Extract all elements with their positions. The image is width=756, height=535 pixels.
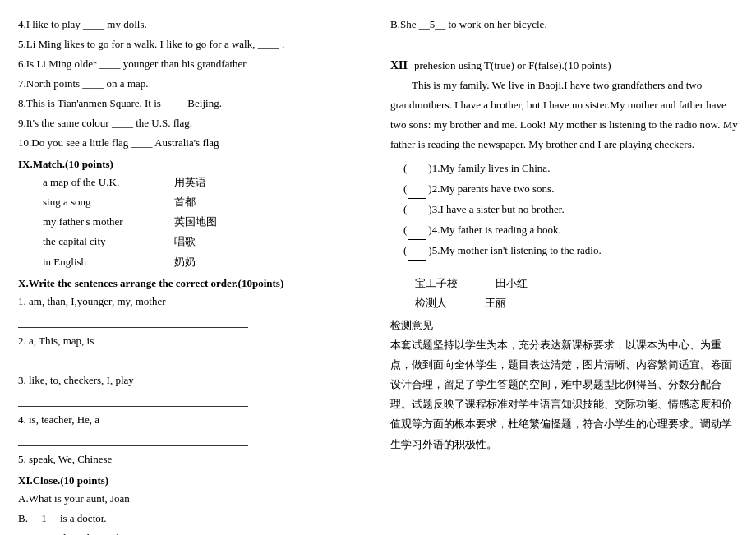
tf-item-1: ( )1.My family lives in China. (403, 158, 738, 178)
tf-item-5: ( )5.My mother isn't listening to the ra… (403, 240, 738, 261)
xi-line-b1: B. __1__ is a doctor. (18, 509, 366, 528)
match-left-3: my father's mother (43, 212, 174, 232)
answer-line-1 (18, 313, 248, 328)
tf-paren-5 (408, 240, 426, 261)
answer-line-2 (18, 353, 248, 367)
answer-line-4 (18, 431, 248, 446)
comment-title: 检测意见 (390, 319, 433, 331)
line-7: 7.North points ____ on a map. (18, 74, 366, 94)
tf-text-1: )1.My family lives in China. (428, 159, 550, 178)
match-right-1: 用英语 (174, 173, 206, 192)
line-9: 9.It's the same colour ____ the U.S. fla… (18, 113, 366, 133)
line-6: 6.Is Li Ming older ____ younger than his… (18, 54, 366, 74)
section-x: X.Write the sentences arrange the correc… (18, 277, 366, 469)
match-row-2: sing a song 首都 (43, 192, 366, 212)
footer-row-2: 检测人 王丽 (390, 293, 738, 312)
main-container: 4.I like to play ____ my dolls. 5.Li Min… (18, 15, 738, 535)
xii-subtitle: prehesion using T(true) or F(false).(10 … (414, 59, 611, 72)
left-column: 4.I like to play ____ my dolls. 5.Li Min… (18, 15, 366, 535)
line-10: 10.Do you see a little flag ____ Austral… (18, 133, 366, 153)
line-4: 4.I like to play ____ my dolls. (18, 15, 366, 35)
footer-row-1: 宝工子校 田小红 (390, 274, 738, 293)
comment-section: 检测意见 本套试题坚持以学生为本，充分表达新课标要求，以课本为中心、为重点，做到… (390, 316, 738, 454)
school-label: 宝工子校 (415, 274, 458, 293)
tf-text-3: )3.I have a sister but no brother. (428, 200, 564, 219)
match-left-4: the capital city (43, 232, 174, 251)
match-row-3: my father's mother 英国地图 (43, 212, 366, 232)
section-x-item-4: 4. is, teacher, He, a (18, 410, 366, 446)
tf-paren-2 (408, 178, 426, 199)
xii-title-row: XII prehesion using T(true) or F(false).… (390, 59, 738, 72)
section-xii: XII prehesion using T(true) or F(false).… (390, 59, 738, 261)
tf-text-4: )4.My father is reading a book. (428, 220, 560, 240)
match-left-2: sing a song (43, 192, 174, 212)
b-line-5: B.She __5__ to work on her bicycle. (390, 15, 738, 35)
section-x-item-5: 5. speak, We, Chinese (18, 450, 366, 469)
match-right-5: 奶奶 (174, 252, 196, 272)
match-left-5: in English (43, 252, 174, 272)
section-ix-title: IX.Match.(10 points) (18, 158, 366, 171)
section-xi: XI.Close.(10 points) A.What is your aunt… (18, 474, 366, 535)
tf-paren-3 (408, 199, 426, 219)
tf-list: ( )1.My family lives in China. ( )2.My p… (403, 158, 738, 261)
section-x-item-1: 1. am, than, I,younger, my, mother (18, 292, 366, 328)
inspector-label: 检测人 (415, 293, 447, 312)
match-row-1: a map of the U.K. 用英语 (43, 173, 366, 192)
section-xi-title: XI.Close.(10 points) (18, 474, 366, 487)
footer-info: 宝工子校 田小红 检测人 王丽 检测意见 本套试题坚持以学生为本，充分表达新课标… (390, 274, 738, 454)
xi-line-a2: A. __2__ does she work (18, 528, 366, 535)
right-column: B.She __5__ to work on her bicycle. XII … (390, 15, 738, 535)
section-ix: IX.Match.(10 points) a map of the U.K. 用… (18, 158, 366, 271)
match-right-3: 英国地图 (174, 212, 217, 232)
inspector-name: 王丽 (485, 293, 506, 312)
lines-top: 4.I like to play ____ my dolls. 5.Li Min… (18, 15, 366, 153)
section-x-title: X.Write the sentences arrange the correc… (18, 277, 366, 290)
comment-text: 本套试题坚持以学生为本，充分表达新课标要求，以课本为中心、为重点，做到面向全体学… (390, 335, 738, 454)
xii-paragraph: This is my family. We live in Baoji.I ha… (390, 76, 738, 155)
match-table: a map of the U.K. 用英语 sing a song 首都 my … (43, 173, 366, 271)
xii-roman: XII (390, 59, 408, 72)
tf-item-2: ( )2.My parents have two sons. (403, 178, 738, 199)
xi-line-a1: A.What is your aunt, Joan (18, 489, 366, 509)
tf-item-4: ( )4.My father is reading a book. (403, 219, 738, 240)
line-5: 5.Li Ming likes to go for a walk. I like… (18, 35, 366, 54)
tf-text-5: )5.My mother isn't listening to the radi… (428, 241, 601, 261)
school-name: 田小红 (496, 274, 528, 293)
match-right-4: 唱歌 (174, 232, 196, 251)
match-row-5: in English 奶奶 (43, 252, 366, 272)
match-row-4: the capital city 唱歌 (43, 232, 366, 251)
match-right-2: 首都 (174, 192, 196, 212)
tf-text-2: )2.My parents have two sons. (428, 179, 554, 199)
tf-item-3: ( )3.I have a sister but no brother. (403, 199, 738, 219)
line-8: 8.This is Tian'anmen Square. It is ____ … (18, 94, 366, 113)
match-left-1: a map of the U.K. (43, 173, 174, 192)
section-x-item-2: 2. a, This, map, is (18, 331, 366, 367)
tf-paren-4 (408, 219, 426, 240)
answer-line-3 (18, 392, 248, 407)
tf-paren-1 (408, 158, 426, 178)
section-x-item-3: 3. like, to, checkers, I, play (18, 371, 366, 407)
